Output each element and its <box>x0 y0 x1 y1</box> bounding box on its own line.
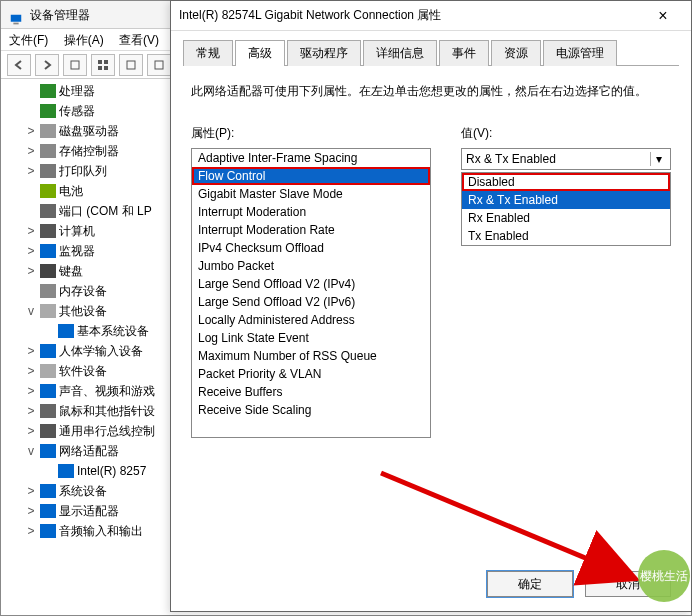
expand-icon[interactable]: > <box>25 504 37 518</box>
property-option[interactable]: Locally Administered Address <box>192 311 430 329</box>
menu-action[interactable]: 操作(A) <box>64 33 104 47</box>
property-option[interactable]: Interrupt Moderation <box>192 203 430 221</box>
tab-5[interactable]: 资源 <box>491 40 541 66</box>
expand-icon[interactable]: v <box>25 444 37 458</box>
value-option[interactable]: Disabled <box>462 173 670 191</box>
tab-1[interactable]: 高级 <box>235 40 285 66</box>
mon-icon <box>40 244 56 258</box>
property-listbox[interactable]: Adaptive Inter-Frame SpacingFlow Control… <box>191 148 431 438</box>
property-option[interactable]: Jumbo Packet <box>192 257 430 275</box>
tree-item[interactable]: >人体学输入设备 <box>7 341 171 361</box>
tab-3[interactable]: 详细信息 <box>363 40 437 66</box>
tree-item[interactable]: >通用串行总线控制 <box>7 421 171 441</box>
tree-item[interactable]: 内存设备 <box>7 281 171 301</box>
nic-properties-dialog: Intel(R) 82574L Gigabit Network Connecti… <box>170 0 692 612</box>
property-option[interactable]: Large Send Offload V2 (IPv4) <box>192 275 430 293</box>
property-option[interactable]: Flow Control <box>192 167 430 185</box>
print-icon <box>40 164 56 178</box>
mem-icon <box>40 284 56 298</box>
expand-icon[interactable]: > <box>25 224 37 238</box>
tree-item[interactable]: >磁盘驱动器 <box>7 121 171 141</box>
menu-file[interactable]: 文件(F) <box>9 33 48 47</box>
tree-item[interactable]: 处理器 <box>7 81 171 101</box>
expand-icon[interactable]: > <box>25 264 37 278</box>
net-icon <box>40 444 56 458</box>
tree-item[interactable]: >软件设备 <box>7 361 171 381</box>
property-option[interactable]: Interrupt Moderation Rate <box>192 221 430 239</box>
tab-2[interactable]: 驱动程序 <box>287 40 361 66</box>
tree-item[interactable]: >计算机 <box>7 221 171 241</box>
tool-up[interactable] <box>63 54 87 76</box>
property-option[interactable]: Maximum Number of RSS Queue <box>192 347 430 365</box>
ok-button[interactable]: 确定 <box>487 571 573 597</box>
expand-icon[interactable]: v <box>25 304 37 318</box>
value-combobox[interactable]: Rx & Tx Enabled ▾ <box>461 148 671 170</box>
tool-back[interactable] <box>7 54 31 76</box>
tree-item[interactable]: >键盘 <box>7 261 171 281</box>
expand-icon[interactable]: > <box>25 384 37 398</box>
property-option[interactable]: Log Link State Event <box>192 329 430 347</box>
value-option[interactable]: Tx Enabled <box>462 227 670 245</box>
expand-icon[interactable]: > <box>25 404 37 418</box>
snd-icon <box>40 384 56 398</box>
expand-icon[interactable]: > <box>25 344 37 358</box>
expand-icon[interactable]: > <box>25 484 37 498</box>
property-option[interactable]: Receive Side Scaling <box>192 401 430 419</box>
tree-item[interactable]: >显示适配器 <box>7 501 171 521</box>
tree-item[interactable]: >打印队列 <box>7 161 171 181</box>
chevron-down-icon[interactable]: ▾ <box>650 152 666 166</box>
tab-0[interactable]: 常规 <box>183 40 233 66</box>
tool-prop[interactable] <box>147 54 171 76</box>
device-tree[interactable]: 处理器传感器>磁盘驱动器>存储控制器>打印队列电池端口 (COM 和 LP>计算… <box>7 81 171 609</box>
tool-fwd[interactable] <box>35 54 59 76</box>
tree-item[interactable]: 传感器 <box>7 101 171 121</box>
watermark-badge: 樱桃生活 <box>638 550 690 602</box>
disp-icon <box>40 504 56 518</box>
value-option[interactable]: Rx Enabled <box>462 209 670 227</box>
tree-item-label: 计算机 <box>59 223 95 240</box>
expand-icon[interactable]: > <box>25 364 37 378</box>
tree-item[interactable]: >监视器 <box>7 241 171 261</box>
tab-6[interactable]: 电源管理 <box>543 40 617 66</box>
tree-item[interactable]: 电池 <box>7 181 171 201</box>
expand-icon[interactable]: > <box>25 524 37 538</box>
expand-icon[interactable]: > <box>25 164 37 178</box>
tree-item-label: 其他设备 <box>59 303 107 320</box>
soft-icon <box>40 364 56 378</box>
expand-icon[interactable]: > <box>25 124 37 138</box>
tree-item[interactable]: >存储控制器 <box>7 141 171 161</box>
tab-4[interactable]: 事件 <box>439 40 489 66</box>
expand-icon[interactable]: > <box>25 144 37 158</box>
property-option[interactable]: Gigabit Master Slave Mode <box>192 185 430 203</box>
menu-view[interactable]: 查看(V) <box>119 33 159 47</box>
other-icon <box>40 304 56 318</box>
tree-item[interactable]: 端口 (COM 和 LP <box>7 201 171 221</box>
property-option[interactable]: Receive Buffers <box>192 383 430 401</box>
tool-grid[interactable] <box>91 54 115 76</box>
svg-rect-2 <box>71 61 79 69</box>
tree-item[interactable]: v网络适配器 <box>7 441 171 461</box>
expand-icon[interactable]: > <box>25 244 37 258</box>
cpu-icon <box>40 84 56 98</box>
tree-item[interactable]: >鼠标和其他指针设 <box>7 401 171 421</box>
svg-rect-0 <box>11 15 22 22</box>
tree-item[interactable]: >声音、视频和游戏 <box>7 381 171 401</box>
tree-item-label: 打印队列 <box>59 163 107 180</box>
property-option[interactable]: Packet Priority & VLAN <box>192 365 430 383</box>
tree-item[interactable]: >音频输入和输出 <box>7 521 171 541</box>
tree-item[interactable]: v其他设备 <box>7 301 171 321</box>
property-option[interactable]: IPv4 Checksum Offload <box>192 239 430 257</box>
tree-item[interactable]: Intel(R) 8257 <box>7 461 171 481</box>
expand-icon[interactable]: > <box>25 424 37 438</box>
tool-refresh[interactable] <box>119 54 143 76</box>
tree-item-label: 网络适配器 <box>59 443 119 460</box>
value-option[interactable]: Rx & Tx Enabled <box>462 191 670 209</box>
value-dropdown-list[interactable]: DisabledRx & Tx EnabledRx EnabledTx Enab… <box>461 172 671 246</box>
description-text: 此网络适配器可使用下列属性。在左边单击您想更改的属性，然后在右边选择它的值。 <box>191 82 671 101</box>
tree-item[interactable]: 基本系统设备 <box>7 321 171 341</box>
close-icon[interactable]: × <box>643 7 683 25</box>
property-option[interactable]: Adaptive Inter-Frame Spacing <box>192 149 430 167</box>
property-option[interactable]: Large Send Offload V2 (IPv6) <box>192 293 430 311</box>
tree-item[interactable]: >系统设备 <box>7 481 171 501</box>
svg-rect-7 <box>127 61 135 69</box>
